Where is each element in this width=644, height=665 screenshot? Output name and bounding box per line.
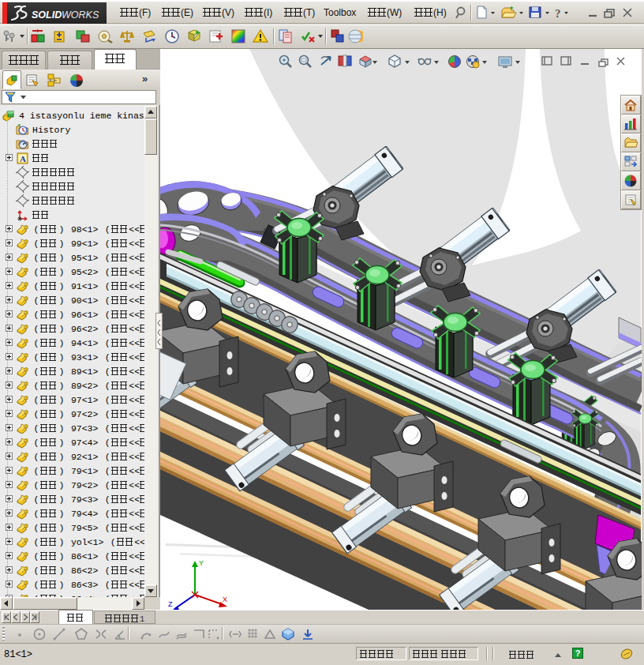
svg-text:Z: Z [168,600,173,608]
svg-text:X: X [223,595,227,603]
svg-text:Y: Y [199,559,204,567]
svg-text:A: A [20,154,26,163]
svg-text:?: ? [555,7,561,20]
svg-text:WORKS: WORKS [62,9,99,21]
svg-text:SOLID: SOLID [32,9,62,21]
